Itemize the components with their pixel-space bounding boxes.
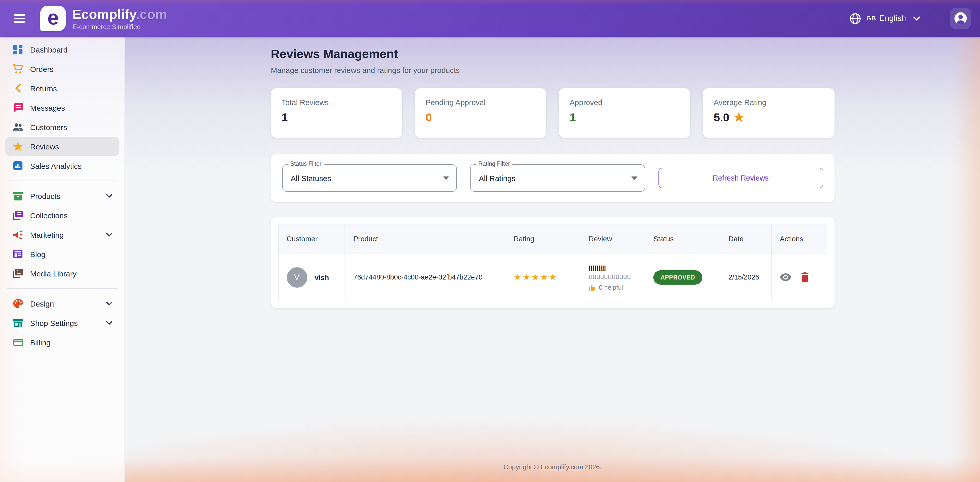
menu-icon[interactable] — [14, 14, 25, 23]
brand-block: Ecomplify.com E-commerce Simplified — [73, 6, 167, 30]
cart-icon — [13, 64, 23, 74]
rating-filter-select[interactable]: Rating Filter All Ratings — [470, 164, 645, 192]
sidebar-item-media-library[interactable]: Media Library — [5, 264, 119, 283]
sidebar-item-products[interactable]: Products — [5, 186, 119, 206]
eye-icon — [780, 273, 791, 281]
dashboard-icon — [13, 44, 23, 55]
stat-value: 0 — [426, 111, 536, 124]
status-filter-select[interactable]: Status Filter All Statuses — [282, 164, 457, 192]
sidebar-item-label: Media Library — [30, 269, 76, 278]
sidebar-item-label: Marketing — [30, 230, 64, 239]
thumbs-up-icon — [589, 284, 596, 291]
sidebar-item-orders[interactable]: Orders — [5, 59, 119, 79]
table-row: V vish 76d74480-8b0c-4c00-ae2e-32fb47b22… — [278, 253, 827, 301]
trash-icon — [800, 273, 809, 282]
image-icon — [13, 268, 23, 279]
sidebar-item-label: Dashboard — [30, 45, 68, 54]
sidebar: Dashboard Orders Returns Messages Custom… — [0, 37, 125, 482]
sidebar-item-blog[interactable]: Blog — [5, 244, 119, 264]
credit-card-icon — [13, 337, 23, 347]
sidebar-item-label: Reviews — [30, 142, 59, 151]
delete-review-button[interactable] — [800, 273, 809, 282]
footer-copyright: Copyright © Ecomplify.com 2026. — [125, 463, 980, 471]
dropdown-caret-icon — [632, 176, 638, 180]
star-icon — [13, 141, 23, 152]
refresh-reviews-button[interactable]: Refresh Reviews — [659, 168, 823, 188]
cell-product: 76d74480-8b0c-4c00-ae2e-32fb47b22e70 — [345, 253, 505, 301]
cell-actions — [771, 253, 827, 301]
megaphone-icon — [13, 230, 23, 240]
sidebar-divider — [7, 288, 118, 289]
brand-logo[interactable]: e — [40, 6, 66, 31]
sidebar-item-label: Messages — [30, 103, 65, 112]
customer-name: vish — [315, 273, 329, 281]
chevron-down-icon — [106, 233, 112, 237]
stat-value: 1 — [282, 111, 391, 124]
view-review-button[interactable] — [780, 273, 791, 281]
column-header-rating: Rating — [505, 224, 580, 253]
column-header-actions: Actions — [771, 224, 827, 253]
sidebar-item-returns[interactable]: Returns — [5, 79, 119, 98]
box-icon — [13, 191, 23, 201]
status-badge: APPROVED — [653, 270, 702, 284]
chat-bubble-icon — [13, 103, 23, 113]
stat-label: Pending Approval — [426, 98, 536, 106]
status-filter-label: Status Filter — [288, 161, 324, 167]
cell-rating: ★★★★★ — [505, 253, 580, 301]
avatar: V — [286, 267, 307, 287]
rating-filter-value: All Ratings — [479, 174, 515, 182]
user-avatar-button[interactable] — [950, 8, 971, 29]
sidebar-item-label: Blog — [30, 250, 45, 258]
cell-review: jjjjjjjjj uuuuuuuuuuu 0 helpful — [580, 253, 645, 301]
stats-row: Total Reviews 1 Pending Approval 0 Appro… — [271, 88, 834, 138]
blog-icon — [13, 249, 23, 259]
sidebar-item-messages[interactable]: Messages — [5, 98, 119, 117]
reviews-management-page: e Ecomplify.com E-commerce Simplified GB… — [0, 0, 980, 482]
stat-card-approved: Approved 1 — [559, 88, 690, 138]
review-body: uuuuuuuuuuu — [589, 273, 637, 280]
page-subtitle: Manage customer reviews and ratings for … — [271, 66, 834, 75]
sidebar-item-shop-settings[interactable]: Shop Settings — [5, 313, 119, 333]
sidebar-item-marketing[interactable]: Marketing — [5, 225, 119, 244]
filters-panel: Status Filter All Statuses Rating Filter… — [271, 154, 834, 202]
column-header-product: Product — [345, 224, 505, 253]
footer-brand-link[interactable]: Ecomplify.com — [541, 463, 583, 471]
sidebar-item-sales-analytics[interactable]: Sales Analytics — [5, 156, 119, 176]
column-header-review: Review — [580, 224, 645, 253]
sidebar-item-label: Collections — [30, 211, 68, 220]
sidebar-item-dashboard[interactable]: Dashboard — [5, 40, 119, 59]
brand-logo-letter: e — [48, 7, 59, 27]
stat-label: Approved — [570, 98, 679, 106]
sidebar-item-label: Products — [30, 192, 60, 200]
sidebar-item-label: Sales Analytics — [30, 162, 82, 170]
app-header: e Ecomplify.com E-commerce Simplified GB… — [0, 0, 980, 37]
user-avatar-icon — [954, 12, 967, 25]
helpful-count: 0 helpful — [599, 284, 623, 291]
chevron-down-icon — [106, 194, 112, 198]
sidebar-item-label: Returns — [30, 84, 57, 93]
rating-filter-label: Rating Filter — [476, 161, 512, 167]
column-header-date: Date — [720, 224, 771, 253]
chevron-down-icon — [106, 321, 112, 325]
dropdown-caret-icon — [443, 176, 449, 180]
cell-date: 2/15/2026 — [720, 253, 771, 301]
sidebar-item-design[interactable]: Design — [5, 294, 119, 313]
header-right: GB English — [849, 8, 971, 29]
page-title: Reviews Management — [271, 47, 834, 61]
review-title: jjjjjjjjj — [589, 263, 637, 271]
column-header-status: Status — [645, 224, 720, 253]
stat-label: Average Rating — [714, 98, 824, 106]
collections-icon — [13, 210, 23, 220]
return-arrow-icon — [13, 83, 23, 94]
sidebar-item-billing[interactable]: Billing — [5, 333, 119, 352]
sidebar-divider — [7, 181, 118, 181]
sidebar-item-label: Shop Settings — [30, 319, 78, 327]
sidebar-item-reviews[interactable]: Reviews — [5, 137, 119, 156]
chevron-down-icon — [106, 301, 112, 306]
people-icon — [13, 122, 23, 132]
sidebar-item-customers[interactable]: Customers — [5, 117, 119, 137]
language-selector[interactable]: GB English — [849, 12, 920, 25]
main-area: Reviews Management Manage customer revie… — [125, 37, 980, 482]
language-code: GB — [866, 15, 876, 22]
sidebar-item-collections[interactable]: Collections — [5, 206, 119, 225]
